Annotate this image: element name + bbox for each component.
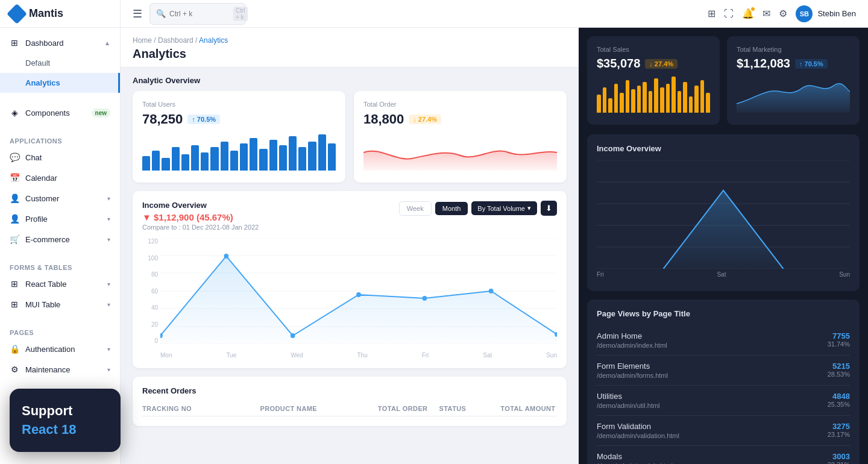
- apps-icon[interactable]: ⊞: [708, 8, 715, 19]
- nav-dashboard-section: ⊞ Dashboard ▲ Default Analytics: [0, 28, 120, 98]
- user-menu[interactable]: SB Stebin Ben: [796, 5, 856, 22]
- dark-chart-title: Income Overview: [597, 144, 661, 153]
- support-popup[interactable]: Support React 18: [10, 389, 121, 452]
- sidebar-mui-table-label: MUI Table: [25, 300, 60, 309]
- breadcrumb-analytics: Analytics: [199, 36, 228, 45]
- dark-chart-inner: [597, 160, 850, 269]
- stat-users-value-row: 78,250 ↑ 70.5%: [142, 111, 336, 127]
- chevron-down-icon6: ▾: [107, 346, 110, 353]
- sidebar-item-chat[interactable]: 💬 Chat: [0, 147, 120, 168]
- bar-8: [210, 147, 218, 171]
- page-views-section: Page Views by Page Title Admin Home /dem…: [587, 299, 860, 464]
- x-label-fri: Fri: [422, 352, 429, 359]
- topbar-right: ⊞ ⛶ 🔔 ✉ ⚙ SB Stebin Ben: [708, 5, 856, 22]
- breadcrumb-dashboard[interactable]: Dashboard: [158, 36, 193, 45]
- month-button[interactable]: Month: [435, 202, 468, 215]
- svg-point-10: [356, 292, 361, 297]
- sidebar-ecommerce-label: E-commerce: [25, 235, 70, 244]
- bar-15: [279, 145, 287, 171]
- bar-16: [289, 136, 297, 171]
- sidebar-item-default[interactable]: Default: [0, 53, 120, 73]
- pv-url-2: /demo/admin/util.html: [597, 402, 828, 409]
- bar-20: [328, 143, 336, 171]
- y-label-20: 20: [151, 321, 158, 328]
- income-value: ▼ $1,12,900 (45.67%): [142, 212, 259, 222]
- search-input[interactable]: [169, 10, 230, 18]
- maintenance-icon: ⚙: [10, 365, 19, 374]
- week-button[interactable]: Week: [399, 201, 432, 216]
- nav-forms-section: Forms & Tables ⊞ React Table ▾ ⊞ MUI Tab…: [0, 254, 120, 319]
- pv-item-4: Modals /demo/admin/modals.html 3003 22.2…: [597, 446, 850, 464]
- pv-left-4: Modals /demo/admin/modals.html: [597, 452, 828, 464]
- user-avatar: SB: [796, 5, 813, 22]
- pv-title-0: Admin Home: [597, 331, 828, 340]
- dark-x-fri: Fri: [597, 271, 604, 278]
- dark-stat-sales-value: $35,078: [597, 57, 640, 71]
- sidebar-item-components[interactable]: ◈ Components new: [0, 102, 120, 123]
- calendar-icon: 📅: [10, 173, 19, 183]
- y-label-80: 80: [151, 271, 158, 278]
- dark-x-sun: Sun: [839, 271, 850, 278]
- x-label-mon: Mon: [160, 352, 172, 359]
- sidebar-item-profile[interactable]: 👤 Profile ▾: [0, 208, 120, 229]
- breadcrumb-home[interactable]: Home: [133, 36, 152, 45]
- stat-orders-badge: ↓ 27.4%: [409, 114, 441, 124]
- stats-row: Total Users 78,250 ↑ 70.5%: [121, 91, 579, 191]
- dark-income-chart: Income Overview: [587, 134, 860, 291]
- sales-bar-12: [660, 87, 664, 113]
- sales-bar-2: [603, 87, 607, 113]
- right-panel: Total Sales $35,078 ↓ 27.4%: [579, 28, 868, 464]
- pv-url-3: /demo/admin/validation.html: [597, 432, 828, 439]
- sidebar-item-customer[interactable]: 👤 Customer ▾: [0, 188, 120, 208]
- dark-stat-sales-value-row: $35,078 ↓ 27.4%: [597, 57, 710, 71]
- dark-stat-marketing-value-row: $1,12,083 ↑ 70.5%: [737, 57, 850, 71]
- notifications-icon[interactable]: 🔔: [742, 8, 754, 19]
- dark-chart-svg: [597, 160, 850, 269]
- section-label-applications: Applications: [0, 133, 120, 147]
- pv-count-2: 4848: [828, 392, 850, 401]
- logo-area: Mantis: [0, 0, 120, 28]
- chevron-up-icon: ▲: [104, 40, 110, 46]
- volume-select[interactable]: By Total Volume ▾: [471, 201, 537, 215]
- search-kbd: Ctrl + k: [233, 7, 248, 21]
- chart-y-labels: 120 100 80 60 40 20 0: [142, 238, 160, 344]
- income-chart-svg: [160, 238, 557, 344]
- svg-point-12: [489, 289, 494, 293]
- pv-count-3: 3275: [828, 422, 850, 431]
- pv-left-0: Admin Home /demo/admin/index.html: [597, 331, 828, 349]
- chevron-down-icon: ▾: [107, 195, 110, 202]
- sidebar-item-calendar[interactable]: 📅 Calendar: [0, 168, 120, 188]
- fullscreen-icon[interactable]: ⛶: [724, 8, 734, 19]
- col-tracking: Tracking No: [142, 405, 255, 412]
- menu-toggle-button[interactable]: ☰: [133, 7, 142, 20]
- x-label-thu: Thu: [357, 352, 367, 359]
- download-button[interactable]: ⬇: [541, 201, 557, 216]
- col-product: Product Name: [260, 405, 373, 412]
- messages-icon[interactable]: ✉: [763, 8, 770, 19]
- recent-orders-section: Recent Orders Tracking No Product Name T…: [133, 377, 567, 426]
- sidebar-item-analytics[interactable]: Analytics: [0, 73, 120, 93]
- sidebar-item-maintenance[interactable]: ⚙ Maintenance ▾: [0, 359, 120, 380]
- pv-title-4: Modals: [597, 452, 828, 461]
- sales-bar-3: [608, 98, 612, 113]
- dark-chart-x-labels: Fri Sat Sun: [597, 271, 850, 278]
- sidebar-item-mui-table[interactable]: ⊞ MUI Table ▾: [0, 294, 120, 315]
- sidebar-item-react-table[interactable]: ⊞ React Table ▾: [0, 274, 120, 294]
- sidebar-customer-label: Customer: [25, 194, 59, 203]
- sidebar-item-dashboard[interactable]: ⊞ Dashboard ▲: [0, 33, 120, 53]
- bar-3: [162, 158, 169, 171]
- sales-bar-17: [689, 96, 693, 113]
- pv-right-3: 3275 23.17%: [828, 422, 850, 438]
- svg-point-11: [422, 296, 427, 301]
- sales-bar-9: [643, 82, 647, 113]
- income-title: Income Overview: [142, 201, 259, 210]
- pv-count-0: 7755: [828, 331, 850, 340]
- sales-bar-15: [678, 91, 682, 113]
- settings-icon[interactable]: ⚙: [779, 8, 787, 19]
- sidebar-item-ecommerce[interactable]: 🛒 E-commerce ▾: [0, 229, 120, 249]
- bar-2: [152, 151, 160, 171]
- bar-5: [181, 154, 189, 171]
- pv-title-2: Utilities: [597, 392, 828, 401]
- pv-left-3: Form Validation /demo/admin/validation.h…: [597, 422, 828, 439]
- sidebar-item-authentication[interactable]: 🔒 Authentication ▾: [0, 339, 120, 359]
